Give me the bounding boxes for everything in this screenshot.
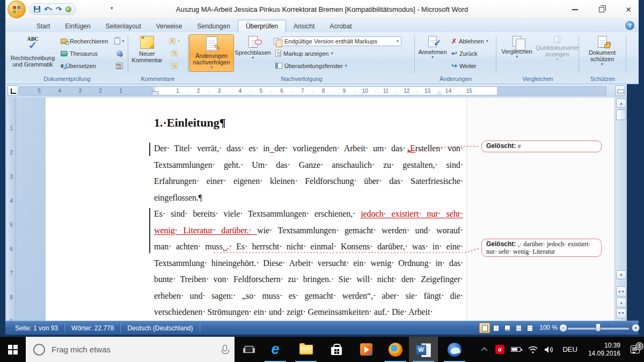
office-button[interactable] <box>8 1 26 18</box>
tracked-insertion: wenig· Literatur· darüber.· <box>154 226 257 235</box>
vertical-ruler[interactable]: 123456789 <box>6 98 16 321</box>
zoom-slider-handle[interactable] <box>596 323 601 331</box>
track-changes-button[interactable]: Änderungen nachverfolgen ▾ <box>189 34 234 72</box>
previous-comment-button[interactable]: ↰ <box>170 48 179 59</box>
tray-battery[interactable] <box>508 347 525 352</box>
zoom-level[interactable]: 100 % <box>539 324 558 331</box>
next-page-button[interactable]: ▼▼ <box>616 308 626 319</box>
translate-button[interactable]: aÜbersetzen <box>59 60 113 71</box>
customize-qat-button[interactable]: ▾ <box>111 5 113 11</box>
taskbar-edge[interactable]: e <box>261 337 290 362</box>
window-title: Auszug MA-Arbeit Jessica Pinkus Korrekto… <box>5 0 639 19</box>
help-button[interactable]: ? <box>625 21 634 30</box>
task-view-icon <box>245 346 253 353</box>
previous-page-button[interactable]: ▲▲ <box>616 286 626 297</box>
browse-object-button[interactable]: ● <box>616 298 626 307</box>
vertical-scrollbar[interactable]: ▲ ▼ ▲▲ ● ▼▼ <box>614 98 627 321</box>
tab-acrobat[interactable]: Acrobat <box>322 20 359 32</box>
next-comment-button[interactable]: ↳ <box>170 60 179 71</box>
show-source-documents-button[interactable]: 12 Quelldokumente anzeigen ▾ <box>537 34 577 72</box>
new-comment-button[interactable]: Neuer Kommentar <box>128 34 166 72</box>
tab-sendungen[interactable]: Sendungen <box>189 20 237 32</box>
tab-selector-button[interactable] <box>8 85 18 96</box>
firefox-icon <box>389 343 402 357</box>
save-button[interactable] <box>34 6 40 12</box>
language-indicator[interactable]: DEU <box>557 345 582 353</box>
close-button[interactable]: ✕ <box>623 4 634 16</box>
deletion-balloon[interactable]: Gelöscht:e <box>481 141 602 152</box>
tab-ansicht[interactable]: Ansicht <box>286 20 322 32</box>
task-view-button[interactable] <box>237 337 261 362</box>
tab-einfuegen[interactable]: Einfügen <box>57 20 98 32</box>
outline-view-button[interactable] <box>513 323 524 333</box>
taskbar-file-explorer[interactable] <box>291 337 320 362</box>
zoom-out-button[interactable]: − <box>559 324 567 332</box>
scrollbar-thumb[interactable] <box>616 109 626 120</box>
action-center-button[interactable]: 1 <box>626 345 644 353</box>
reject-button[interactable]: ✗Ablehnen▾ <box>450 35 495 47</box>
addin-button[interactable] <box>65 6 71 12</box>
tray-expand-button[interactable] <box>479 348 492 352</box>
show-markup-button[interactable]: Markup anzeigen▾ <box>274 48 409 59</box>
previous-change-button[interactable]: ↩Zurück <box>450 48 495 59</box>
set-language-button[interactable] <box>115 48 124 59</box>
scroll-down-button[interactable]: ▼ <box>616 270 626 279</box>
tab-start[interactable]: Start <box>29 20 57 32</box>
accept-button[interactable]: Annehmen ▾ <box>415 34 450 72</box>
tray-avira[interactable]: a <box>492 345 508 354</box>
media-player-icon <box>360 343 372 356</box>
start-button[interactable] <box>0 337 26 362</box>
taskbar-store[interactable] <box>322 337 351 362</box>
markup-balloon-area <box>466 98 614 321</box>
tab-seitenlayout[interactable]: Seitenlayout <box>98 20 149 32</box>
word-count-button[interactable]: ABC123 <box>114 60 125 71</box>
reviewing-pane-button[interactable]: Überarbeitungsfenster▾ <box>274 60 409 71</box>
translation-tooltip-button[interactable]: ▾ <box>113 35 126 47</box>
thesaurus-button[interactable]: Thesaurus <box>59 48 113 59</box>
document-text[interactable]: Der· Titel· verrät,· dass· es· in der· v… <box>154 141 463 321</box>
clock[interactable]: 10:3914.09.2016 <box>583 342 626 358</box>
taskbar-word[interactable] <box>409 337 438 362</box>
tab-ueberpruefen[interactable]: Überprüfen <box>238 20 286 32</box>
draft-view-button[interactable] <box>524 323 535 333</box>
ruler-number: 14 <box>445 87 451 95</box>
restore-button[interactable] <box>596 4 608 16</box>
cortana-icon <box>33 344 45 356</box>
compare-button[interactable]: Vergleichen ▾ <box>497 34 537 72</box>
scroll-up-button[interactable]: ▲ <box>616 99 626 108</box>
minimize-button[interactable] <box>569 4 581 16</box>
research-button[interactable]: Recherchieren <box>59 35 113 47</box>
tab-verweise[interactable]: Verweise <box>149 20 190 32</box>
horizontal-ruler[interactable]: 5·4·3·2·1·1·2·3·4·5·6·7·8·9·10·11·12·13·… <box>19 86 606 95</box>
screen: ↶▾ ↷ ▾ Auszug MA-Arbeit Jessica Pinkus K… <box>0 0 644 362</box>
tray-volume[interactable] <box>541 346 557 353</box>
spelling-icon: ABC✓ <box>27 36 38 53</box>
microphone-icon[interactable] <box>223 345 227 351</box>
accept-icon <box>428 36 437 47</box>
taskbar-media-player[interactable] <box>352 337 380 362</box>
redo-button[interactable]: ↷ <box>56 5 62 13</box>
tray-wifi[interactable] <box>525 346 541 353</box>
ruler-toggle-button[interactable] <box>615 85 625 96</box>
protect-document-button[interactable]: Dokument schützen ▾ <box>581 34 624 72</box>
fullscreen-reading-view-button[interactable] <box>491 323 501 333</box>
search-input[interactable]: Frag mich etwas <box>26 337 235 362</box>
language-status[interactable]: Deutsch (Deutschland) <box>121 324 199 332</box>
spelling-grammar-button[interactable]: ABC✓ Rechtschreibung und Grammatik <box>6 34 59 72</box>
undo-button[interactable]: ↶▾ <box>44 5 52 13</box>
word-count-status[interactable]: Wörter: 22.778 <box>65 324 120 332</box>
zoom-in-button[interactable]: + <box>632 324 640 332</box>
taskbar-thunderbird[interactable] <box>440 337 469 362</box>
left-indent-marker[interactable] <box>151 87 158 95</box>
page-count-status[interactable]: Seite: 1 von 93 <box>9 324 64 332</box>
deletion-balloon[interactable]: Gelöscht:,· darüber· jedoch· existiert· … <box>481 239 602 257</box>
delete-comment-button[interactable]: ✗▾ <box>167 35 181 47</box>
web-layout-view-button[interactable] <box>502 323 513 333</box>
taskbar-firefox[interactable] <box>381 337 410 362</box>
print-layout-view-button[interactable] <box>479 323 490 333</box>
next-comment-icon: ↳ <box>171 63 178 69</box>
balloons-button[interactable]: Sprechblasen ▾ <box>234 34 272 72</box>
display-for-review-select[interactable]: Endgültige Version enthält Markups ▾ <box>281 36 401 46</box>
redo-icon: ↷ <box>56 5 62 13</box>
next-change-button[interactable]: ↪Weiter <box>450 60 495 71</box>
